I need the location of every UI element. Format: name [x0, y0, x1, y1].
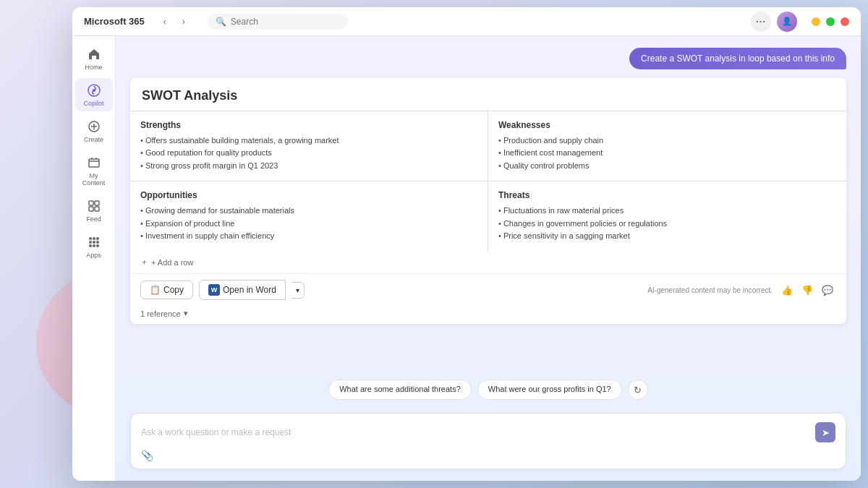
input-bottom: 📎 [141, 447, 835, 461]
title-bar: Microsoft 365 ‹ › 🔍 ··· 👤 [72, 7, 861, 36]
suggestion-text-1: What are some additional threats? [339, 385, 461, 393]
title-bar-right: ··· 👤 [751, 12, 849, 32]
strengths-list: Offers sustainable building materials, a… [140, 134, 477, 172]
sidebar-feed-label: Feed [86, 215, 101, 223]
avatar-initials: 👤 [782, 17, 792, 26]
refresh-icon-symbol: ↻ [634, 385, 642, 395]
nav-arrows: ‹ › [156, 13, 192, 30]
more-options-icon[interactable]: ··· [751, 12, 771, 32]
svg-rect-9 [95, 207, 99, 211]
swot-table: Strengths Offers sustainable building ma… [130, 111, 846, 251]
main-window: Microsoft 365 ‹ › 🔍 ··· 👤 [72, 7, 861, 481]
sidebar-apps-label: Apps [86, 252, 101, 259]
thumbs-up-button[interactable]: 👍 [778, 281, 796, 299]
copilot-icon [86, 82, 102, 98]
plus-icon: ＋ [140, 257, 148, 267]
open-in-word-button[interactable]: W Open in Word [199, 280, 286, 300]
svg-point-18 [96, 244, 99, 247]
copy-icon: 📋 [150, 285, 161, 295]
svg-point-15 [96, 241, 99, 244]
sidebar-item-create[interactable]: Create [75, 114, 113, 147]
add-row-label: + Add a row [151, 258, 193, 267]
sidebar-my-content-label: My Content [78, 172, 110, 187]
list-item: Offers sustainable building materials, a… [140, 134, 477, 147]
sidebar-home-label: Home [85, 64, 102, 71]
svg-point-1 [93, 89, 95, 92]
open-word-dropdown-button[interactable]: ▾ [292, 282, 305, 299]
nav-forward-button[interactable]: › [175, 13, 192, 30]
list-item: Inefficient cost management [498, 147, 836, 159]
swot-title: SWOT Analysis [130, 78, 846, 111]
list-item: Expansion of product line [140, 218, 477, 230]
avatar[interactable]: 👤 [777, 12, 797, 32]
nav-back-button[interactable]: ‹ [156, 13, 174, 30]
messages-area: Create a SWOT analysis in loop based on … [116, 36, 861, 374]
list-item: Investment in supply chain efficiency [140, 230, 477, 242]
apps-icon [86, 234, 102, 250]
sidebar-item-feed[interactable]: Feed [75, 194, 113, 227]
comment-button[interactable]: 💬 [819, 281, 836, 299]
threats-list: Fluctuations in raw material prices Chan… [498, 205, 836, 242]
svg-point-10 [89, 237, 92, 240]
list-item: Growing demand for sustainable materials [140, 205, 477, 217]
weaknesses-list: Production and supply chain Inefficient … [498, 134, 836, 172]
list-item: Price sensitivity in a sagging market [498, 230, 836, 242]
svg-rect-8 [89, 207, 93, 211]
svg-rect-6 [89, 201, 93, 205]
sidebar-item-my-content[interactable]: My Content [75, 150, 113, 191]
reference-label: 1 reference [140, 309, 181, 318]
input-placeholder: Ask a work question or make a request [141, 427, 291, 437]
refresh-button[interactable]: ↻ [628, 380, 648, 400]
sidebar-create-label: Create [84, 136, 103, 143]
user-message-text: Create a SWOT analysis in loop based on … [641, 53, 835, 64]
feedback-icons: 👍 👎 💬 [778, 281, 836, 299]
maximize-button[interactable] [826, 17, 835, 26]
svg-point-14 [93, 241, 95, 244]
title-bar-actions: ··· 👤 [751, 12, 797, 32]
search-icon: 🔍 [216, 17, 226, 27]
sidebar-item-home[interactable]: Home [75, 42, 113, 75]
user-message: Create a SWOT analysis in loop based on … [629, 48, 846, 69]
svg-point-13 [89, 241, 92, 244]
svg-point-17 [93, 244, 95, 247]
minimize-button[interactable] [812, 17, 820, 26]
feed-icon [86, 198, 102, 214]
suggestion-chip-2[interactable]: What were our gross profits in Q1? [477, 380, 622, 400]
send-icon: ➤ [822, 427, 830, 438]
svg-rect-5 [89, 159, 99, 167]
threats-header: Threats [498, 190, 836, 200]
sidebar-item-apps[interactable]: Apps [75, 230, 113, 263]
list-item: Quality control problems [498, 160, 836, 172]
thumbs-down-button[interactable]: 👎 [799, 281, 816, 299]
search-bar: 🔍 [207, 14, 348, 30]
title-bar-left: Microsoft 365 ‹ › 🔍 [84, 13, 348, 30]
swot-cell-weaknesses: Weaknesses Production and supply chain I… [488, 111, 846, 181]
home-icon [86, 46, 102, 62]
my-content-icon [86, 155, 102, 171]
swot-card: SWOT Analysis Strengths Offers sustainab… [130, 78, 846, 324]
opportunities-list: Growing demand for sustainable materials… [140, 205, 477, 242]
copilot-area: Create a SWOT analysis in loop based on … [116, 36, 861, 481]
reference-row[interactable]: 1 reference ▾ [130, 306, 846, 324]
strengths-header: Strengths [140, 120, 477, 130]
swot-cell-threats: Threats Fluctuations in raw material pri… [488, 181, 846, 251]
app-title: Microsoft 365 [84, 16, 145, 27]
attachment-icon[interactable]: 📎 [141, 450, 153, 461]
opportunities-header: Opportunities [140, 190, 477, 200]
card-actions: 📋 Copy W Open in Word ▾ AI-generated con… [130, 273, 846, 306]
chevron-down-icon: ▾ [296, 286, 299, 294]
create-icon [86, 119, 102, 134]
sidebar-item-copilot[interactable]: Copilot [75, 78, 113, 111]
ai-disclaimer: AI-generated content may be incorrect. [647, 286, 773, 294]
search-input[interactable] [231, 17, 339, 27]
list-item: Good reputation for quality products [140, 147, 477, 159]
list-item: Strong gross profit margin in Q1 2023 [140, 160, 477, 172]
send-button[interactable]: ➤ [815, 422, 835, 442]
add-row-button[interactable]: ＋ + Add a row [130, 251, 846, 273]
suggestion-chip-1[interactable]: What are some additional threats? [328, 380, 472, 400]
close-button[interactable] [841, 17, 849, 26]
copy-label: Copy [163, 285, 184, 295]
input-text-row: Ask a work question or make a request ➤ [141, 421, 835, 447]
copy-button[interactable]: 📋 Copy [140, 281, 193, 299]
chevron-down-icon: ▾ [184, 309, 188, 318]
